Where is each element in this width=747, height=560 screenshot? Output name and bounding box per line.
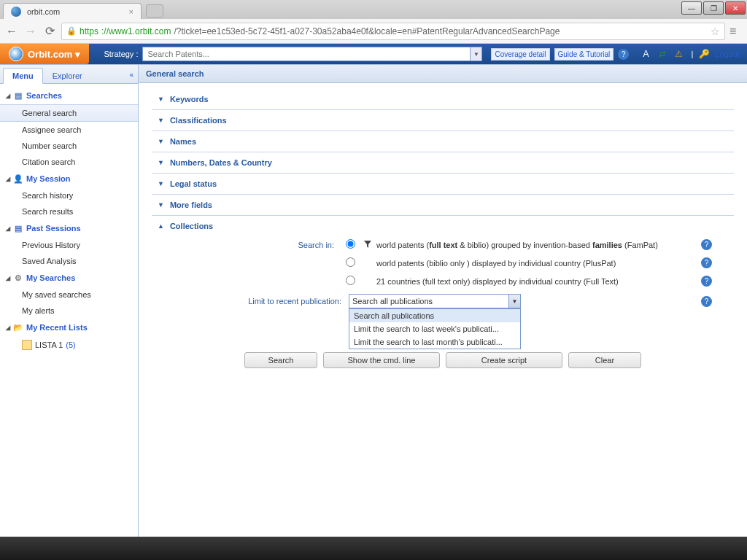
limit-publication-select: Search all publications ▼ Search all pub… xyxy=(349,294,521,308)
user-icon: 👤 xyxy=(13,174,23,184)
triangle-icon: ◢ xyxy=(6,324,10,331)
search-button[interactable]: Search xyxy=(244,352,317,368)
nav-item-previous-history[interactable]: Previous History xyxy=(0,237,138,253)
section-label: Classifications xyxy=(170,116,227,125)
radio-pluspat-label: world patents (biblio only ) displayed b… xyxy=(376,259,616,268)
sidebar-tab-menu[interactable]: Menu xyxy=(3,68,43,84)
strategy-label: Strategy : xyxy=(104,50,138,58)
strategy-input[interactable] xyxy=(142,47,471,61)
taskbar xyxy=(0,537,747,560)
maximize-button[interactable]: ❐ xyxy=(703,1,724,15)
radio-fulltext-label: 21 countries (full text only) displayed … xyxy=(376,277,619,286)
section-label: Legal status xyxy=(170,179,217,188)
radio-pluspat[interactable] xyxy=(346,257,355,267)
nav-item-my-alerts[interactable]: My alerts xyxy=(0,303,138,319)
triangle-icon: ◢ xyxy=(6,225,10,232)
nav-item-general-search[interactable]: General search xyxy=(0,104,138,122)
gear-icon: ⚙ xyxy=(13,273,23,283)
sidebar-collapse-button[interactable]: « xyxy=(125,68,138,83)
back-button[interactable]: ← xyxy=(4,24,19,39)
key-icon[interactable]: 🔑 xyxy=(699,49,709,59)
show-cmd-button[interactable]: Show the cmd. line xyxy=(323,352,440,368)
section-label: More fields xyxy=(170,201,212,209)
url-scheme: https xyxy=(80,26,98,36)
search-in-row-2: world patents (biblio only ) displayed b… xyxy=(152,257,734,268)
nav-item-search-results[interactable]: Search results xyxy=(0,203,138,219)
bookmark-star-icon[interactable]: ☆ xyxy=(711,26,720,37)
list-item-icon xyxy=(22,340,32,350)
dropdown-option[interactable]: Search all publications xyxy=(349,309,520,322)
url-path: /?ticket=ee1c53ed-5c72-45f1-a027-30a52ab… xyxy=(174,26,560,36)
funnel-icon[interactable] xyxy=(363,240,372,249)
radio-fampat[interactable] xyxy=(346,239,355,249)
dropdown-option[interactable]: Limit the search to last month's publica… xyxy=(349,335,520,349)
section-more-fields: ▼More fields xyxy=(152,195,734,216)
section-header-keywords[interactable]: ▼Keywords xyxy=(152,95,734,104)
tab-close-icon[interactable]: × xyxy=(129,7,133,16)
logout-link[interactable]: Logout xyxy=(715,50,740,58)
nav-item-search-history[interactable]: Search history xyxy=(0,187,138,203)
chevron-down-icon: ▼ xyxy=(158,138,164,145)
section-header-collections[interactable]: ▲Collections xyxy=(152,222,734,230)
main-layout: Menu Explorer « ◢▤Searches General searc… xyxy=(0,64,747,537)
help-icon[interactable]: ? xyxy=(701,239,712,250)
help-icon[interactable]: ? xyxy=(701,257,712,268)
section-header-more-fields[interactable]: ▼More fields xyxy=(152,201,734,209)
nav-item-number-search[interactable]: Number search xyxy=(0,138,138,154)
reload-button[interactable]: ⟳ xyxy=(42,24,57,39)
nav-item-my-saved-searches[interactable]: My saved searches xyxy=(0,287,138,303)
limit-publication-row: Limit to recent publication: Search all … xyxy=(152,294,734,308)
window-close-button[interactable]: ✕ xyxy=(725,1,746,15)
url-host: ://www1.orbit.com xyxy=(101,26,171,36)
nav-group-my-session[interactable]: ◢👤My Session xyxy=(0,170,138,187)
section-names: ▼Names xyxy=(152,131,734,152)
select-dropdown-button[interactable]: ▼ xyxy=(509,294,521,308)
font-tool-icon[interactable]: A xyxy=(643,49,653,59)
sidebar-tab-explorer[interactable]: Explorer xyxy=(43,68,92,83)
warning-icon[interactable]: ⚠ xyxy=(675,49,685,59)
nav-group-past-sessions[interactable]: ◢▤Past Sessions xyxy=(0,219,138,237)
dropdown-option[interactable]: Limit the search to last week's publicat… xyxy=(349,322,520,335)
new-tab-button[interactable] xyxy=(146,4,163,18)
nav-group-searches[interactable]: ◢▤Searches xyxy=(0,87,138,104)
section-header-classifications[interactable]: ▼Classifications xyxy=(152,116,734,125)
section-header-numbers-dates[interactable]: ▼Numbers, Dates & Country xyxy=(152,158,734,167)
strategy-dropdown-button[interactable]: ▼ xyxy=(471,47,482,61)
triangle-icon: ◢ xyxy=(6,93,10,99)
section-header-legal-status[interactable]: ▼Legal status xyxy=(152,179,734,188)
help-icon[interactable]: ? xyxy=(701,296,712,307)
nav-item-recent-list[interactable]: LISTA 1 (5) xyxy=(0,336,138,354)
forward-button[interactable]: → xyxy=(23,24,38,39)
translate-icon[interactable]: ⇄ xyxy=(659,49,669,59)
stack-icon: ▤ xyxy=(13,223,23,233)
chevron-down-icon: ▼ xyxy=(158,201,164,209)
logo[interactable]: Orbit.com ▾ xyxy=(0,44,89,64)
help-icon[interactable]: ? xyxy=(618,49,629,60)
nav-group-my-recent-lists[interactable]: ◢📂My Recent Lists xyxy=(0,319,138,336)
nav-item-saved-analysis[interactable]: Saved Analysis xyxy=(0,253,138,269)
header-links: Coverage detail Guide & Tutorial ? xyxy=(491,48,629,61)
nav-item-assignee-search[interactable]: Assignee search xyxy=(0,122,138,138)
guide-tutorial-link[interactable]: Guide & Tutorial xyxy=(554,48,614,61)
tab-title: orbit.com xyxy=(27,7,60,16)
nav-item-citation-search[interactable]: Citation search xyxy=(0,154,138,170)
clear-button[interactable]: Clear xyxy=(568,352,641,368)
section-collections: ▲Collections Search in: world patents (f… xyxy=(152,216,734,374)
coverage-detail-link[interactable]: Coverage detail xyxy=(491,48,549,61)
content: General search ▼Keywords ▼Classification… xyxy=(139,65,747,537)
section-header-names[interactable]: ▼Names xyxy=(152,137,734,146)
select-box[interactable]: Search all publications xyxy=(349,294,509,308)
create-script-button[interactable]: Create script xyxy=(446,352,562,368)
group-label: Searches xyxy=(26,91,62,100)
help-icon[interactable]: ? xyxy=(701,276,712,287)
chrome-menu-icon[interactable]: ≡ xyxy=(729,25,743,38)
nav-group-my-searches[interactable]: ◢⚙My Searches xyxy=(0,269,138,287)
section-classifications: ▼Classifications xyxy=(152,110,734,131)
address-bar[interactable]: 🔒 https://www1.orbit.com/?ticket=ee1c53e… xyxy=(61,23,725,40)
radio-fulltext[interactable] xyxy=(346,276,355,285)
logo-caret-icon: ▾ xyxy=(75,49,80,60)
chevron-down-icon: ▼ xyxy=(158,180,164,187)
browser-tab[interactable]: orbit.com × xyxy=(3,3,142,19)
section-label: Names xyxy=(170,137,196,146)
minimize-button[interactable]: — xyxy=(681,1,702,15)
